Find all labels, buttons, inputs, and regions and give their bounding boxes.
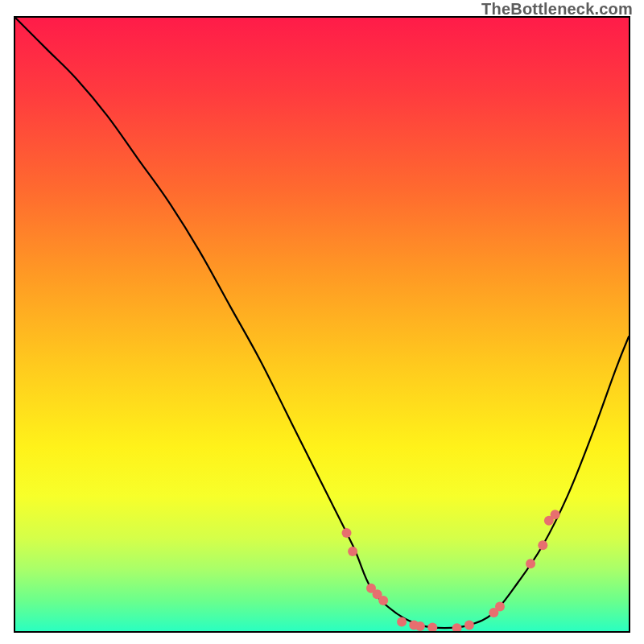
data-point-marker: [342, 528, 352, 538]
chart-stage: TheBottleneck.com: [0, 0, 644, 644]
data-point-marker: [495, 602, 505, 612]
data-point-marker: [415, 621, 425, 631]
chart-svg: [15, 18, 629, 631]
data-point-marker: [348, 547, 357, 556]
data-point-marker: [551, 510, 560, 519]
data-point-marker: [464, 620, 474, 630]
plot-frame: [14, 16, 630, 633]
data-point-marker: [538, 540, 547, 550]
data-point-marker: [526, 559, 535, 568]
data-point-marker: [427, 622, 437, 631]
bottleneck-curve: [15, 18, 629, 628]
data-point-marker: [397, 617, 407, 627]
data-point-marker: [452, 623, 462, 631]
data-point-marker: [378, 596, 388, 605]
